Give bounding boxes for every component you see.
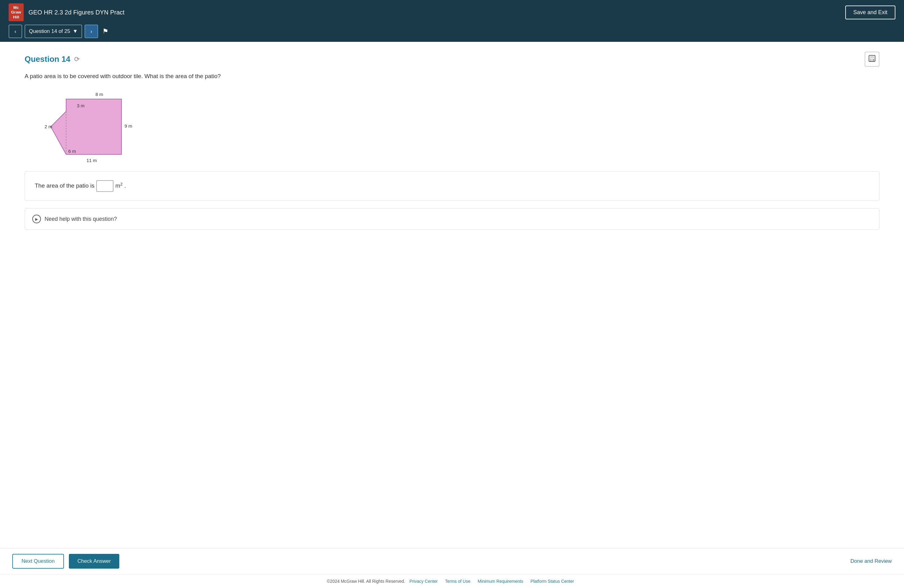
copyright-text: ©2024 McGraw Hill. All Rights Reserved. xyxy=(327,579,405,584)
copyright-bar: ©2024 McGraw Hill. All Rights Reserved. … xyxy=(0,574,904,588)
label-bottom: 11 m xyxy=(86,158,96,163)
calculator-icon xyxy=(868,55,876,62)
hint-icon[interactable]: ⟳ xyxy=(74,55,80,63)
top-bar: Mc Graw Hill GEO HR 2.3 2d Figures DYN P… xyxy=(0,0,904,25)
footer-left-buttons: Next Question Check Answer xyxy=(12,554,119,569)
svg-rect-5 xyxy=(870,60,871,61)
svg-marker-8 xyxy=(51,99,122,154)
top-bar-left: Mc Graw Hill GEO HR 2.3 2d Figures DYN P… xyxy=(9,3,125,22)
logo: Mc Graw Hill xyxy=(9,3,24,22)
label-mid-bottom: 6 m xyxy=(68,149,76,154)
question-selector[interactable]: Question 14 of 25 ▼ xyxy=(25,25,82,38)
question-header: Question 14 ⟳ xyxy=(25,52,879,67)
question-header-left: Question 14 ⟳ xyxy=(25,54,80,64)
svg-rect-2 xyxy=(870,59,871,60)
calculator-button[interactable] xyxy=(864,52,879,67)
chevron-down-icon: ▼ xyxy=(73,28,78,35)
label-mid-left: 2 m xyxy=(44,124,52,129)
help-label: Need help with this question? xyxy=(44,216,117,222)
label-top-left: 3 m xyxy=(77,103,85,108)
prev-question-button[interactable]: ‹ xyxy=(9,25,22,38)
svg-rect-1 xyxy=(870,56,874,58)
nav-sub-bar: ‹ Question 14 of 25 ▼ › ⚑ xyxy=(0,25,904,42)
help-section[interactable]: ► Need help with this question? xyxy=(25,208,879,230)
help-circle-icon: ► xyxy=(32,215,41,223)
app-title: GEO HR 2.3 2d Figures DYN Pract xyxy=(28,9,125,16)
bookmark-button[interactable]: ⚑ xyxy=(101,25,111,37)
terms-of-use-link[interactable]: Terms of Use xyxy=(445,579,470,584)
svg-rect-3 xyxy=(872,59,872,60)
patio-shape-svg: 8 m 3 m 9 m 11 m 2 m 6 m xyxy=(43,88,148,168)
question-selector-label: Question 14 of 25 xyxy=(29,28,70,35)
done-review-button[interactable]: Done and Review xyxy=(850,558,892,564)
check-answer-button[interactable]: Check Answer xyxy=(69,554,120,569)
question-title: Question 14 xyxy=(25,54,70,64)
answer-suffix: . xyxy=(124,182,126,189)
shape-diagram: 8 m 3 m 9 m 11 m 2 m 6 m xyxy=(43,88,141,162)
privacy-center-link[interactable]: Privacy Center xyxy=(409,579,438,584)
footer: Next Question Check Answer Done and Revi… xyxy=(0,548,904,574)
answer-unit: m2 xyxy=(115,182,122,189)
area-input[interactable] xyxy=(96,180,114,192)
answer-section: The area of the patio is m2 . xyxy=(25,171,879,201)
svg-rect-7 xyxy=(873,60,874,61)
svg-rect-4 xyxy=(873,59,874,60)
next-question-button[interactable]: Next Question xyxy=(12,554,64,569)
main-content: Question 14 ⟳ A patio area is to be cove… xyxy=(0,42,904,548)
save-exit-button[interactable]: Save and Exit xyxy=(845,6,895,19)
minimum-requirements-link[interactable]: Minimum Requirements xyxy=(478,579,523,584)
answer-prefix: The area of the patio is xyxy=(35,182,95,189)
answer-text: The area of the patio is m2 . xyxy=(35,180,869,192)
label-right: 9 m xyxy=(125,123,132,128)
platform-status-link[interactable]: Platform Status Center xyxy=(530,579,574,584)
label-top: 8 m xyxy=(95,92,103,97)
question-text: A patio area is to be covered with outdo… xyxy=(25,73,879,80)
svg-rect-6 xyxy=(872,60,872,61)
next-question-nav-button[interactable]: › xyxy=(85,25,98,38)
